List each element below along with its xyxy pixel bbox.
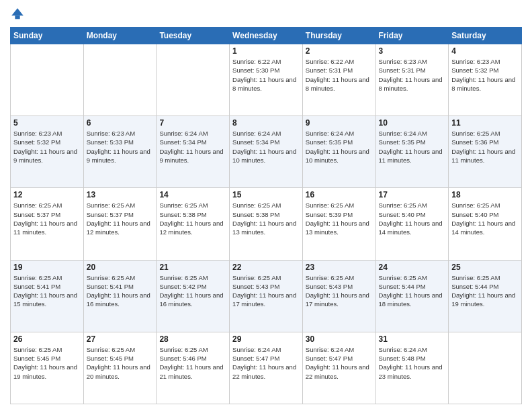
day-info: Sunrise: 6:25 AM Sunset: 5:41 PM Dayligh… (87, 273, 154, 309)
calendar-cell: 23Sunrise: 6:25 AM Sunset: 5:43 PM Dayli… (302, 260, 375, 332)
calendar-cell: 3Sunrise: 6:23 AM Sunset: 5:31 PM Daylig… (375, 44, 449, 116)
day-number: 8 (232, 118, 300, 128)
day-number: 28 (159, 334, 226, 344)
calendar-header-row: SundayMondayTuesdayWednesdayThursdayFrid… (11, 28, 522, 44)
calendar-header-wednesday: Wednesday (230, 28, 303, 44)
calendar-cell (83, 44, 157, 116)
day-number: 19 (13, 263, 81, 272)
day-info: Sunrise: 6:24 AM Sunset: 5:48 PM Dayligh… (379, 345, 446, 381)
day-number: 25 (451, 263, 519, 272)
calendar-cell: 30Sunrise: 6:24 AM Sunset: 5:47 PM Dayli… (302, 332, 375, 404)
calendar-header-monday: Monday (83, 28, 157, 44)
day-number: 23 (306, 263, 373, 272)
calendar-cell (157, 44, 230, 116)
calendar-week-row: 26Sunrise: 6:25 AM Sunset: 5:45 PM Dayli… (11, 332, 522, 404)
calendar-header-sunday: Sunday (11, 28, 84, 44)
day-info: Sunrise: 6:25 AM Sunset: 5:36 PM Dayligh… (451, 129, 519, 165)
day-number: 14 (159, 190, 226, 199)
page: SundayMondayTuesdayWednesdayThursdayFrid… (0, 0, 532, 411)
day-number: 3 (379, 46, 446, 56)
svg-rect-1 (15, 15, 19, 19)
day-number: 24 (379, 263, 446, 272)
day-info: Sunrise: 6:25 AM Sunset: 5:42 PM Dayligh… (159, 273, 226, 309)
calendar-cell: 11Sunrise: 6:25 AM Sunset: 5:36 PM Dayli… (449, 116, 522, 188)
calendar-cell: 16Sunrise: 6:25 AM Sunset: 5:39 PM Dayli… (302, 188, 375, 260)
day-number: 16 (306, 190, 373, 199)
day-info: Sunrise: 6:25 AM Sunset: 5:44 PM Dayligh… (379, 273, 446, 309)
calendar-cell: 1Sunrise: 6:22 AM Sunset: 5:30 PM Daylig… (230, 44, 303, 116)
calendar-cell: 12Sunrise: 6:25 AM Sunset: 5:37 PM Dayli… (11, 188, 84, 260)
calendar-cell: 26Sunrise: 6:25 AM Sunset: 5:45 PM Dayli… (11, 332, 84, 404)
calendar-header-tuesday: Tuesday (157, 28, 230, 44)
calendar-week-row: 5Sunrise: 6:23 AM Sunset: 5:32 PM Daylig… (11, 116, 522, 188)
day-info: Sunrise: 6:25 AM Sunset: 5:43 PM Dayligh… (232, 273, 300, 309)
day-number: 9 (306, 118, 373, 128)
day-info: Sunrise: 6:25 AM Sunset: 5:41 PM Dayligh… (13, 273, 81, 309)
calendar-cell: 4Sunrise: 6:23 AM Sunset: 5:32 PM Daylig… (449, 44, 522, 116)
day-info: Sunrise: 6:23 AM Sunset: 5:31 PM Dayligh… (379, 57, 446, 93)
logo-icon (10, 7, 25, 21)
calendar-cell: 7Sunrise: 6:24 AM Sunset: 5:34 PM Daylig… (157, 116, 230, 188)
day-number: 26 (13, 334, 81, 344)
calendar-cell: 19Sunrise: 6:25 AM Sunset: 5:41 PM Dayli… (11, 260, 84, 332)
day-info: Sunrise: 6:25 AM Sunset: 5:40 PM Dayligh… (451, 201, 519, 236)
day-info: Sunrise: 6:25 AM Sunset: 5:45 PM Dayligh… (13, 345, 81, 381)
calendar-cell: 17Sunrise: 6:25 AM Sunset: 5:40 PM Dayli… (375, 188, 449, 260)
calendar-cell: 9Sunrise: 6:24 AM Sunset: 5:35 PM Daylig… (302, 116, 375, 188)
day-info: Sunrise: 6:25 AM Sunset: 5:38 PM Dayligh… (159, 201, 226, 236)
day-number: 11 (451, 118, 519, 128)
calendar-header-thursday: Thursday (302, 28, 375, 44)
calendar-cell: 31Sunrise: 6:24 AM Sunset: 5:48 PM Dayli… (375, 332, 449, 404)
calendar-cell: 18Sunrise: 6:25 AM Sunset: 5:40 PM Dayli… (449, 188, 522, 260)
calendar-cell: 5Sunrise: 6:23 AM Sunset: 5:32 PM Daylig… (11, 116, 84, 188)
calendar-cell: 24Sunrise: 6:25 AM Sunset: 5:44 PM Dayli… (375, 260, 449, 332)
day-info: Sunrise: 6:24 AM Sunset: 5:35 PM Dayligh… (379, 129, 446, 165)
day-info: Sunrise: 6:25 AM Sunset: 5:40 PM Dayligh… (379, 201, 446, 236)
calendar-cell: 28Sunrise: 6:25 AM Sunset: 5:46 PM Dayli… (157, 332, 230, 404)
day-number: 15 (232, 190, 300, 199)
svg-marker-0 (11, 8, 24, 15)
day-info: Sunrise: 6:24 AM Sunset: 5:47 PM Dayligh… (232, 345, 300, 381)
day-info: Sunrise: 6:25 AM Sunset: 5:37 PM Dayligh… (13, 201, 81, 236)
calendar-cell (449, 332, 522, 404)
day-number: 2 (306, 46, 373, 56)
day-info: Sunrise: 6:25 AM Sunset: 5:45 PM Dayligh… (87, 345, 154, 381)
day-number: 21 (159, 263, 226, 272)
day-number: 1 (232, 46, 300, 56)
calendar-cell: 13Sunrise: 6:25 AM Sunset: 5:37 PM Dayli… (83, 188, 157, 260)
calendar-cell: 25Sunrise: 6:25 AM Sunset: 5:44 PM Dayli… (449, 260, 522, 332)
day-info: Sunrise: 6:23 AM Sunset: 5:32 PM Dayligh… (13, 129, 81, 165)
calendar-cell: 2Sunrise: 6:22 AM Sunset: 5:31 PM Daylig… (302, 44, 375, 116)
day-number: 5 (13, 118, 81, 128)
calendar-cell: 22Sunrise: 6:25 AM Sunset: 5:43 PM Dayli… (230, 260, 303, 332)
calendar-cell: 29Sunrise: 6:24 AM Sunset: 5:47 PM Dayli… (230, 332, 303, 404)
logo (10, 7, 26, 21)
calendar-header-friday: Friday (375, 28, 449, 44)
day-number: 18 (451, 190, 519, 199)
day-number: 29 (232, 334, 300, 344)
day-info: Sunrise: 6:25 AM Sunset: 5:39 PM Dayligh… (306, 201, 373, 236)
day-info: Sunrise: 6:22 AM Sunset: 5:31 PM Dayligh… (306, 57, 373, 93)
day-number: 30 (306, 334, 373, 344)
calendar-cell (11, 44, 84, 116)
day-info: Sunrise: 6:25 AM Sunset: 5:44 PM Dayligh… (451, 273, 519, 309)
day-number: 27 (87, 334, 154, 344)
day-info: Sunrise: 6:24 AM Sunset: 5:35 PM Dayligh… (306, 129, 373, 165)
calendar-week-row: 12Sunrise: 6:25 AM Sunset: 5:37 PM Dayli… (11, 188, 522, 260)
calendar-cell: 8Sunrise: 6:24 AM Sunset: 5:34 PM Daylig… (230, 116, 303, 188)
day-number: 31 (379, 334, 446, 344)
day-info: Sunrise: 6:23 AM Sunset: 5:33 PM Dayligh… (87, 129, 154, 165)
day-info: Sunrise: 6:24 AM Sunset: 5:34 PM Dayligh… (232, 129, 300, 165)
calendar-table: SundayMondayTuesdayWednesdayThursdayFrid… (10, 27, 522, 404)
calendar-cell: 20Sunrise: 6:25 AM Sunset: 5:41 PM Dayli… (83, 260, 157, 332)
day-info: Sunrise: 6:24 AM Sunset: 5:47 PM Dayligh… (306, 345, 373, 381)
day-number: 22 (232, 263, 300, 272)
day-info: Sunrise: 6:23 AM Sunset: 5:32 PM Dayligh… (451, 57, 519, 93)
day-info: Sunrise: 6:25 AM Sunset: 5:46 PM Dayligh… (159, 345, 226, 381)
day-info: Sunrise: 6:25 AM Sunset: 5:43 PM Dayligh… (306, 273, 373, 309)
day-number: 6 (87, 118, 154, 128)
day-info: Sunrise: 6:22 AM Sunset: 5:30 PM Dayligh… (232, 57, 300, 93)
day-number: 12 (13, 190, 81, 199)
calendar-cell: 6Sunrise: 6:23 AM Sunset: 5:33 PM Daylig… (83, 116, 157, 188)
day-number: 17 (379, 190, 446, 199)
